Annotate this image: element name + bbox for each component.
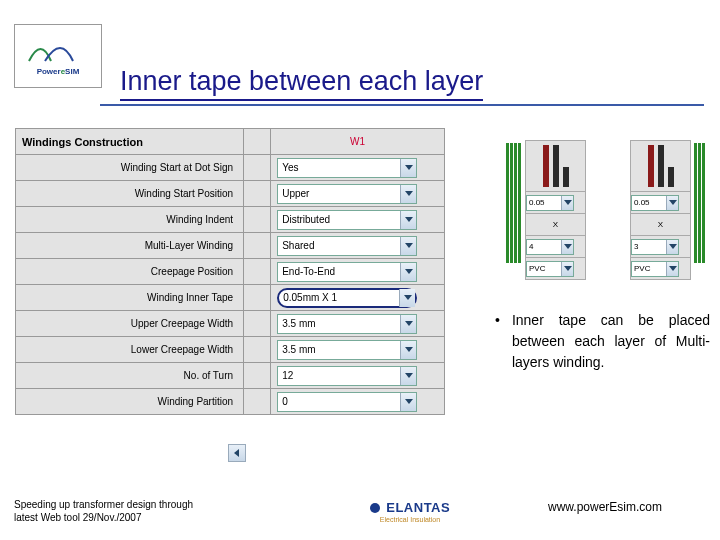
table-row: Winding Start at Dot SignYes xyxy=(16,155,445,181)
num-turn-select[interactable]: 12 xyxy=(277,366,417,386)
description-bullet: • Inner tape can be placed between each … xyxy=(495,310,710,373)
footer-left: Speeding up transformer design through l… xyxy=(14,498,244,524)
row-label: Upper Creepage Width xyxy=(16,311,244,337)
mini-table-2: 0.05 X 3 PVC xyxy=(630,140,691,280)
table-row: Winding Inner Tape0.05mm X 1 xyxy=(16,285,445,311)
col-w1: W1 xyxy=(271,129,445,155)
bullet-icon: • xyxy=(495,310,500,373)
chevron-down-icon xyxy=(399,289,415,307)
partition-select[interactable]: 0 xyxy=(277,392,417,412)
table-row: Multi-Layer WindingShared xyxy=(16,233,445,259)
mini1-thickness[interactable]: 0.05 xyxy=(526,195,574,211)
multilayer-select[interactable]: Shared xyxy=(277,236,417,256)
row-label: Winding Inner Tape xyxy=(16,285,244,311)
bullet-text: Inner tape can be placed between each la… xyxy=(512,310,710,373)
mini2-thickness[interactable]: 0.05 xyxy=(631,195,679,211)
mini1-material[interactable]: PVC xyxy=(526,261,574,277)
footer-url: www.powerEsim.com xyxy=(548,500,662,514)
winding-start-select[interactable]: Upper xyxy=(277,184,417,204)
chevron-down-icon xyxy=(400,159,416,177)
row-label: Winding Indent xyxy=(16,207,244,233)
row-label: Winding Partition xyxy=(16,389,244,415)
lower-creepage-select[interactable]: 3.5 mm xyxy=(277,340,417,360)
table-row: Lower Creepage Width3.5 mm xyxy=(16,337,445,363)
table-row: Winding Partition0 xyxy=(16,389,445,415)
winding-dot-select[interactable]: Yes xyxy=(277,158,417,178)
upper-creepage-select[interactable]: 3.5 mm xyxy=(277,314,417,334)
row-label: Winding Start Position xyxy=(16,181,244,207)
scroll-left-button[interactable] xyxy=(228,444,246,462)
chevron-down-icon xyxy=(400,315,416,333)
mini-table-1: 0.05 X 4 PVC xyxy=(525,140,586,280)
footer-logo: ELANTAS Electrical Insulation xyxy=(320,498,500,523)
row-label: No. of Turn xyxy=(16,363,244,389)
logo: PowereSIM xyxy=(14,24,102,88)
mini1-layers[interactable]: 4 xyxy=(526,239,574,255)
table-row: No. of Turn12 xyxy=(16,363,445,389)
table-row: Creepage PositionEnd-To-End xyxy=(16,259,445,285)
chevron-down-icon xyxy=(400,393,416,411)
winding-indent-select[interactable]: Distributed xyxy=(277,210,417,230)
row-label: Multi-Layer Winding xyxy=(16,233,244,259)
mini-bars xyxy=(631,141,690,191)
row-label: Lower Creepage Width xyxy=(16,337,244,363)
winding-diagram-2 xyxy=(694,143,705,263)
chevron-down-icon xyxy=(400,341,416,359)
table-row: Winding Start PositionUpper xyxy=(16,181,445,207)
chevron-down-icon xyxy=(400,367,416,385)
mini1-x: X xyxy=(526,214,586,236)
mini2-x: X xyxy=(631,214,691,236)
mini-bars xyxy=(526,141,585,191)
chevron-down-icon xyxy=(400,263,416,281)
mini2-layers[interactable]: 3 xyxy=(631,239,679,255)
page-title: Inner tape between each layer xyxy=(120,66,483,101)
creepage-pos-select[interactable]: End-To-End xyxy=(277,262,417,282)
title-underline xyxy=(100,104,704,106)
chevron-down-icon xyxy=(400,185,416,203)
logo-text: PowereSIM xyxy=(27,35,89,77)
table-row: Upper Creepage Width3.5 mm xyxy=(16,311,445,337)
windings-table: Windings Construction W1 Winding Start a… xyxy=(15,128,445,415)
mini2-material[interactable]: PVC xyxy=(631,261,679,277)
winding-diagram-1 xyxy=(506,143,521,263)
table-blank xyxy=(244,129,271,155)
chevron-down-icon xyxy=(400,237,416,255)
row-label: Winding Start at Dot Sign xyxy=(16,155,244,181)
table-header: Windings Construction xyxy=(16,129,244,155)
table-row: Winding IndentDistributed xyxy=(16,207,445,233)
row-label: Creepage Position xyxy=(16,259,244,285)
inner-tape-select[interactable]: 0.05mm X 1 xyxy=(277,288,417,308)
chevron-down-icon xyxy=(400,211,416,229)
